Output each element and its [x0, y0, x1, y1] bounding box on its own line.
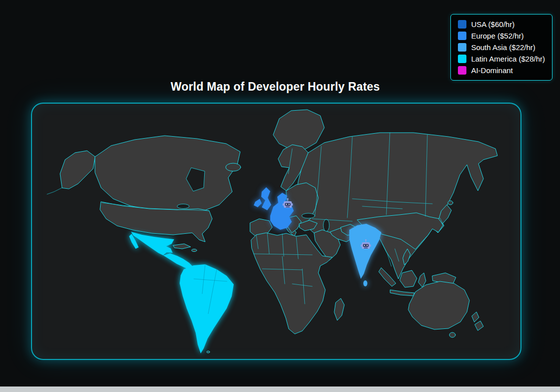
region-shape-uk[interactable] — [261, 187, 271, 210]
page-title: World Map of Developer Hourly Rates — [31, 80, 519, 94]
legend-label-europe: Europe ($52/hr) — [471, 32, 523, 40]
region-south-asia[interactable] — [349, 224, 381, 286]
great-lakes — [177, 204, 189, 209]
legend-label-usa: USA ($60/hr) — [471, 20, 514, 29]
island-new-zealand-north — [472, 312, 479, 322]
legend-label-south-asia: South Asia ($22/hr) — [471, 43, 535, 52]
region-shape-sri-lanka[interactable] — [363, 280, 367, 286]
legend-item-south-asia[interactable]: South Asia ($22/hr) — [458, 43, 545, 52]
legend-item-europe[interactable]: Europe ($52/hr) — [458, 32, 545, 40]
legend: USA ($60/hr) Europe ($52/hr) South Asia … — [450, 14, 552, 81]
island-sumatra — [379, 268, 396, 286]
island-hispaniola — [192, 249, 197, 252]
page: { "title": "World Map of Developer Hourl… — [0, 0, 560, 392]
legend-swatch-europe — [458, 32, 466, 40]
legend-item-ai-dominant[interactable]: AI-Dominant — [458, 66, 545, 75]
landmass-greenland — [273, 110, 324, 150]
island-madagascar — [334, 298, 344, 320]
world-map-panel — [31, 103, 521, 360]
black-sea — [302, 213, 315, 218]
island-iceland — [226, 163, 241, 171]
island-new-zealand-south — [475, 321, 483, 330]
island-tasmania — [449, 332, 455, 337]
region-shape-mexico[interactable] — [131, 232, 174, 255]
region-shape-south-america[interactable] — [180, 264, 234, 353]
island-cuba — [173, 244, 191, 249]
island-hokkaido — [448, 201, 453, 205]
border-line — [47, 188, 62, 194]
legend-swatch-usa — [458, 20, 466, 29]
island-java — [390, 290, 414, 296]
landmass-alaska — [60, 151, 95, 189]
region-shape-india[interactable] — [349, 224, 381, 279]
island-falklands — [207, 351, 210, 353]
legend-item-usa[interactable]: USA ($60/hr) — [458, 20, 545, 29]
legend-swatch-ai-dominant — [458, 66, 466, 75]
caspian-sea — [323, 219, 329, 231]
region-latin-america[interactable] — [129, 232, 234, 353]
bottom-scrollbar[interactable] — [0, 386, 560, 392]
legend-label-ai-dominant: AI-Dominant — [471, 66, 512, 75]
landmass-australia — [408, 281, 469, 329]
legend-swatch-latin-america — [458, 55, 466, 63]
region-shape-ireland[interactable] — [254, 199, 262, 207]
legend-item-latin-america[interactable]: Latin America ($28/hr) — [458, 55, 545, 63]
landmass-canada — [95, 136, 240, 214]
continents-land — [60, 110, 497, 353]
island-sulawesi — [418, 273, 426, 287]
island-borneo — [400, 270, 417, 287]
world-map-svg — [32, 104, 520, 359]
legend-label-latin-america: Latin America ($28/hr) — [471, 55, 545, 63]
legend-swatch-south-asia — [458, 43, 466, 52]
